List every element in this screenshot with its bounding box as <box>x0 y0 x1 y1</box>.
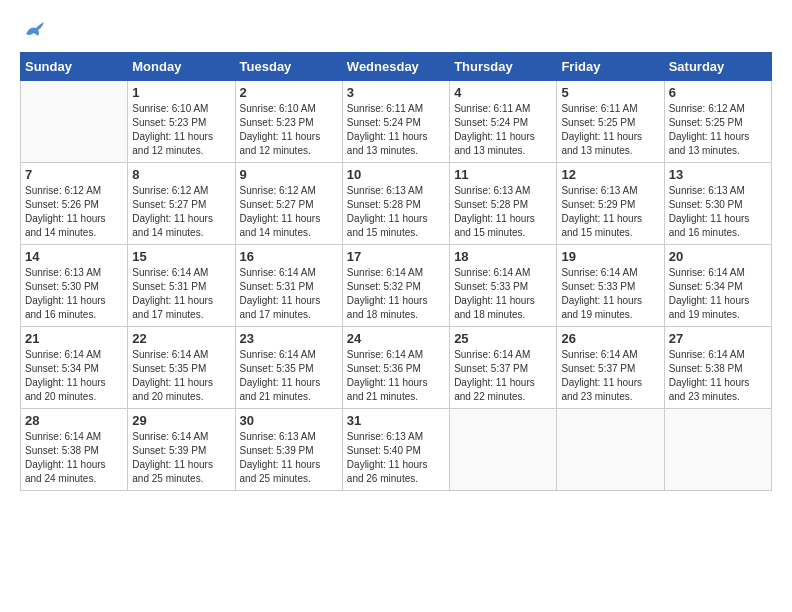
calendar-cell: 1Sunrise: 6:10 AM Sunset: 5:23 PM Daylig… <box>128 81 235 163</box>
column-header-sunday: Sunday <box>21 53 128 81</box>
calendar-cell <box>450 409 557 491</box>
column-header-tuesday: Tuesday <box>235 53 342 81</box>
day-info: Sunrise: 6:13 AM Sunset: 5:30 PM Dayligh… <box>25 266 123 322</box>
day-info: Sunrise: 6:14 AM Sunset: 5:38 PM Dayligh… <box>669 348 767 404</box>
calendar-cell <box>557 409 664 491</box>
calendar-cell: 26Sunrise: 6:14 AM Sunset: 5:37 PM Dayli… <box>557 327 664 409</box>
day-number: 12 <box>561 167 659 182</box>
day-info: Sunrise: 6:10 AM Sunset: 5:23 PM Dayligh… <box>240 102 338 158</box>
day-info: Sunrise: 6:12 AM Sunset: 5:25 PM Dayligh… <box>669 102 767 158</box>
day-number: 20 <box>669 249 767 264</box>
calendar-header-row: SundayMondayTuesdayWednesdayThursdayFrid… <box>21 53 772 81</box>
day-number: 30 <box>240 413 338 428</box>
column-header-thursday: Thursday <box>450 53 557 81</box>
logo-bird-icon <box>24 20 46 42</box>
calendar-cell: 15Sunrise: 6:14 AM Sunset: 5:31 PM Dayli… <box>128 245 235 327</box>
calendar-cell: 24Sunrise: 6:14 AM Sunset: 5:36 PM Dayli… <box>342 327 449 409</box>
calendar-cell: 31Sunrise: 6:13 AM Sunset: 5:40 PM Dayli… <box>342 409 449 491</box>
day-number: 28 <box>25 413 123 428</box>
day-info: Sunrise: 6:12 AM Sunset: 5:26 PM Dayligh… <box>25 184 123 240</box>
column-header-monday: Monday <box>128 53 235 81</box>
day-number: 24 <box>347 331 445 346</box>
day-info: Sunrise: 6:11 AM Sunset: 5:24 PM Dayligh… <box>454 102 552 158</box>
calendar-cell <box>21 81 128 163</box>
day-info: Sunrise: 6:12 AM Sunset: 5:27 PM Dayligh… <box>132 184 230 240</box>
day-number: 2 <box>240 85 338 100</box>
day-number: 27 <box>669 331 767 346</box>
day-info: Sunrise: 6:13 AM Sunset: 5:28 PM Dayligh… <box>347 184 445 240</box>
column-header-saturday: Saturday <box>664 53 771 81</box>
calendar-cell: 19Sunrise: 6:14 AM Sunset: 5:33 PM Dayli… <box>557 245 664 327</box>
day-number: 14 <box>25 249 123 264</box>
day-number: 31 <box>347 413 445 428</box>
day-info: Sunrise: 6:13 AM Sunset: 5:28 PM Dayligh… <box>454 184 552 240</box>
calendar-cell: 27Sunrise: 6:14 AM Sunset: 5:38 PM Dayli… <box>664 327 771 409</box>
day-info: Sunrise: 6:13 AM Sunset: 5:29 PM Dayligh… <box>561 184 659 240</box>
day-number: 29 <box>132 413 230 428</box>
day-info: Sunrise: 6:14 AM Sunset: 5:35 PM Dayligh… <box>132 348 230 404</box>
calendar-cell: 10Sunrise: 6:13 AM Sunset: 5:28 PM Dayli… <box>342 163 449 245</box>
calendar-cell: 13Sunrise: 6:13 AM Sunset: 5:30 PM Dayli… <box>664 163 771 245</box>
day-info: Sunrise: 6:11 AM Sunset: 5:25 PM Dayligh… <box>561 102 659 158</box>
calendar-cell: 5Sunrise: 6:11 AM Sunset: 5:25 PM Daylig… <box>557 81 664 163</box>
calendar-cell: 16Sunrise: 6:14 AM Sunset: 5:31 PM Dayli… <box>235 245 342 327</box>
day-number: 25 <box>454 331 552 346</box>
calendar-week-row: 28Sunrise: 6:14 AM Sunset: 5:38 PM Dayli… <box>21 409 772 491</box>
day-info: Sunrise: 6:14 AM Sunset: 5:32 PM Dayligh… <box>347 266 445 322</box>
calendar-cell: 29Sunrise: 6:14 AM Sunset: 5:39 PM Dayli… <box>128 409 235 491</box>
calendar-cell: 9Sunrise: 6:12 AM Sunset: 5:27 PM Daylig… <box>235 163 342 245</box>
calendar-cell: 28Sunrise: 6:14 AM Sunset: 5:38 PM Dayli… <box>21 409 128 491</box>
calendar-cell: 22Sunrise: 6:14 AM Sunset: 5:35 PM Dayli… <box>128 327 235 409</box>
calendar-cell: 17Sunrise: 6:14 AM Sunset: 5:32 PM Dayli… <box>342 245 449 327</box>
calendar-table: SundayMondayTuesdayWednesdayThursdayFrid… <box>20 52 772 491</box>
calendar-cell: 21Sunrise: 6:14 AM Sunset: 5:34 PM Dayli… <box>21 327 128 409</box>
day-info: Sunrise: 6:13 AM Sunset: 5:39 PM Dayligh… <box>240 430 338 486</box>
calendar-cell <box>664 409 771 491</box>
calendar-cell: 7Sunrise: 6:12 AM Sunset: 5:26 PM Daylig… <box>21 163 128 245</box>
day-info: Sunrise: 6:14 AM Sunset: 5:35 PM Dayligh… <box>240 348 338 404</box>
calendar-cell: 2Sunrise: 6:10 AM Sunset: 5:23 PM Daylig… <box>235 81 342 163</box>
day-info: Sunrise: 6:14 AM Sunset: 5:36 PM Dayligh… <box>347 348 445 404</box>
day-number: 6 <box>669 85 767 100</box>
day-info: Sunrise: 6:14 AM Sunset: 5:34 PM Dayligh… <box>669 266 767 322</box>
day-number: 10 <box>347 167 445 182</box>
day-number: 23 <box>240 331 338 346</box>
calendar-week-row: 7Sunrise: 6:12 AM Sunset: 5:26 PM Daylig… <box>21 163 772 245</box>
calendar-cell: 12Sunrise: 6:13 AM Sunset: 5:29 PM Dayli… <box>557 163 664 245</box>
calendar-week-row: 1Sunrise: 6:10 AM Sunset: 5:23 PM Daylig… <box>21 81 772 163</box>
day-number: 7 <box>25 167 123 182</box>
day-number: 1 <box>132 85 230 100</box>
day-number: 16 <box>240 249 338 264</box>
calendar-cell: 6Sunrise: 6:12 AM Sunset: 5:25 PM Daylig… <box>664 81 771 163</box>
day-number: 19 <box>561 249 659 264</box>
day-info: Sunrise: 6:14 AM Sunset: 5:33 PM Dayligh… <box>454 266 552 322</box>
day-number: 4 <box>454 85 552 100</box>
page-header <box>20 20 772 42</box>
day-number: 9 <box>240 167 338 182</box>
day-number: 5 <box>561 85 659 100</box>
calendar-cell: 25Sunrise: 6:14 AM Sunset: 5:37 PM Dayli… <box>450 327 557 409</box>
day-info: Sunrise: 6:14 AM Sunset: 5:33 PM Dayligh… <box>561 266 659 322</box>
day-number: 26 <box>561 331 659 346</box>
day-info: Sunrise: 6:11 AM Sunset: 5:24 PM Dayligh… <box>347 102 445 158</box>
day-number: 11 <box>454 167 552 182</box>
logo <box>20 20 46 42</box>
calendar-cell: 3Sunrise: 6:11 AM Sunset: 5:24 PM Daylig… <box>342 81 449 163</box>
day-info: Sunrise: 6:14 AM Sunset: 5:31 PM Dayligh… <box>240 266 338 322</box>
day-number: 17 <box>347 249 445 264</box>
calendar-week-row: 14Sunrise: 6:13 AM Sunset: 5:30 PM Dayli… <box>21 245 772 327</box>
day-number: 15 <box>132 249 230 264</box>
day-info: Sunrise: 6:14 AM Sunset: 5:39 PM Dayligh… <box>132 430 230 486</box>
day-info: Sunrise: 6:14 AM Sunset: 5:34 PM Dayligh… <box>25 348 123 404</box>
day-info: Sunrise: 6:12 AM Sunset: 5:27 PM Dayligh… <box>240 184 338 240</box>
day-info: Sunrise: 6:14 AM Sunset: 5:38 PM Dayligh… <box>25 430 123 486</box>
calendar-week-row: 21Sunrise: 6:14 AM Sunset: 5:34 PM Dayli… <box>21 327 772 409</box>
calendar-cell: 20Sunrise: 6:14 AM Sunset: 5:34 PM Dayli… <box>664 245 771 327</box>
day-number: 13 <box>669 167 767 182</box>
calendar-cell: 11Sunrise: 6:13 AM Sunset: 5:28 PM Dayli… <box>450 163 557 245</box>
calendar-cell: 18Sunrise: 6:14 AM Sunset: 5:33 PM Dayli… <box>450 245 557 327</box>
column-header-friday: Friday <box>557 53 664 81</box>
day-number: 3 <box>347 85 445 100</box>
day-info: Sunrise: 6:14 AM Sunset: 5:37 PM Dayligh… <box>561 348 659 404</box>
calendar-cell: 14Sunrise: 6:13 AM Sunset: 5:30 PM Dayli… <box>21 245 128 327</box>
